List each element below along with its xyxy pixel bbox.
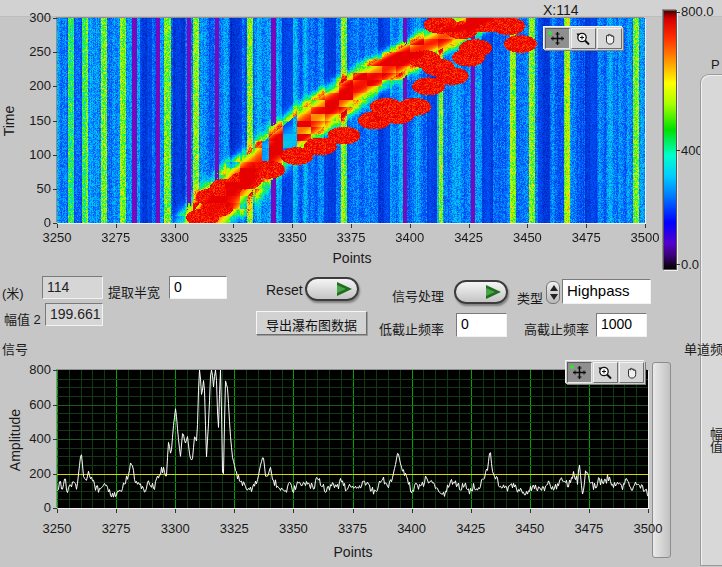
zoom-tool-button[interactable] xyxy=(593,362,618,383)
x-tick-label: 3475 xyxy=(567,521,611,536)
y-tick-mark xyxy=(53,121,57,122)
y-tick-mark xyxy=(53,18,57,19)
y-tick-label: 800 xyxy=(17,362,51,377)
y-tick-label: 200 xyxy=(17,78,51,93)
pan-tool-button[interactable] xyxy=(619,362,644,383)
signal-canvas[interactable] xyxy=(57,370,648,508)
y-tick-label: 150 xyxy=(17,113,51,128)
x-tick-label: 3425 xyxy=(449,521,493,536)
x-tick-label: 3400 xyxy=(390,521,434,536)
x-tick-mark xyxy=(471,509,472,513)
x-tick-label: 3350 xyxy=(271,521,315,536)
x-tick-label: 3450 xyxy=(508,521,552,536)
right-partial-label: P xyxy=(711,57,720,72)
green-arrow-icon xyxy=(486,285,501,299)
crosshair-icon xyxy=(572,365,587,380)
graph-palette-top xyxy=(544,27,623,50)
top-x-axis-label: Points xyxy=(330,250,374,266)
filter-type-spinner[interactable] xyxy=(546,281,560,304)
x-tick-label: 3250 xyxy=(35,521,79,536)
y-tick-mark xyxy=(53,189,57,190)
x-tick-mark xyxy=(175,224,176,228)
y-tick-mark xyxy=(53,439,57,440)
x-tick-label: 3425 xyxy=(447,230,491,245)
zoom-tool-button[interactable] xyxy=(571,28,596,49)
position-value-box[interactable]: 114 xyxy=(42,276,103,299)
x-tick-label: 3375 xyxy=(331,521,375,536)
amplitude2-label: 幅值 2 xyxy=(4,309,41,328)
app-window: X:114 Time Points xyxy=(0,0,722,567)
x-tick-mark xyxy=(589,509,590,513)
x-tick-mark xyxy=(292,224,293,228)
y-tick-mark xyxy=(53,370,57,371)
amplitude2-value-box[interactable]: 199.661 xyxy=(45,303,103,326)
export-waterfall-data-button[interactable]: 导出瀑布图数据 xyxy=(256,311,367,335)
x-tick-label: 3325 xyxy=(212,521,256,536)
right-side-panel xyxy=(700,74,722,566)
y-tick-mark xyxy=(53,474,57,475)
y-tick-label: 300 xyxy=(17,10,51,25)
hand-icon xyxy=(602,31,618,47)
colorbar-tick xyxy=(676,12,680,13)
high-cutoff-label: 高截止频率 xyxy=(524,319,589,338)
reset-button[interactable] xyxy=(305,277,359,301)
x-tick-label: 3375 xyxy=(329,230,373,245)
x-tick-mark xyxy=(410,224,411,228)
x-tick-mark xyxy=(234,509,235,513)
pan-tool-button[interactable] xyxy=(597,28,622,49)
x-tick-mark xyxy=(57,224,58,228)
spinner-up-icon[interactable] xyxy=(550,285,558,291)
y-tick-mark xyxy=(53,86,57,87)
signal-processing-toggle[interactable] xyxy=(454,280,508,304)
spinner-down-icon[interactable] xyxy=(550,294,558,300)
x-tick-label: 3500 xyxy=(626,521,670,536)
x-tick-label: 3350 xyxy=(270,230,314,245)
x-tick-label: 3275 xyxy=(94,521,138,536)
signal-section-label: 信号 xyxy=(2,339,28,358)
bottom-x-axis-label: Points xyxy=(331,544,375,560)
x-tick-label: 3500 xyxy=(623,230,667,245)
x-tick-mark xyxy=(353,509,354,513)
extract-halfwidth-label: 提取半宽 xyxy=(108,282,160,301)
crosshair-icon xyxy=(550,31,565,46)
x-tick-mark xyxy=(351,224,352,228)
cursor-tool-button[interactable] xyxy=(545,28,570,49)
x-tick-label: 3475 xyxy=(564,230,608,245)
x-tick-mark xyxy=(293,509,294,513)
extract-halfwidth-input[interactable]: 0 xyxy=(169,276,227,299)
x-tick-label: 3400 xyxy=(388,230,432,245)
x-tick-mark xyxy=(530,509,531,513)
single-channel-section-label: 单道频谱 xyxy=(684,339,722,358)
y-tick-mark xyxy=(53,155,57,156)
x-tick-mark xyxy=(645,224,646,228)
x-tick-mark xyxy=(412,509,413,513)
colorbar-max-label: 800.0 xyxy=(681,4,714,19)
filter-type-label: 类型 xyxy=(517,288,543,307)
reset-label: Reset xyxy=(266,282,303,298)
x-tick-mark xyxy=(116,224,117,228)
top-strip xyxy=(0,0,722,17)
x-tick-label: 3325 xyxy=(211,230,255,245)
magnifier-icon xyxy=(575,31,592,47)
x-tick-mark xyxy=(527,224,528,228)
colorbar-min-label: 0.0 xyxy=(681,257,699,272)
x-tick-mark xyxy=(175,509,176,513)
cursor-tool-button[interactable] xyxy=(567,362,592,383)
y-tick-mark xyxy=(53,405,57,406)
high-cutoff-input[interactable]: 1000 xyxy=(596,313,647,337)
y-tick-mark xyxy=(53,508,57,509)
x-tick-label: 3250 xyxy=(35,230,79,245)
colorbar-tick xyxy=(676,264,680,265)
hand-icon xyxy=(624,365,640,381)
y-tick-label: 0 xyxy=(17,215,51,230)
low-cutoff-input[interactable]: 0 xyxy=(456,313,507,337)
y-tick-label: 50 xyxy=(17,181,51,196)
y-tick-label: 400 xyxy=(17,431,51,446)
y-tick-mark xyxy=(53,223,57,224)
filter-type-dropdown[interactable]: Highpass xyxy=(562,279,651,304)
graph-palette-bottom xyxy=(566,361,645,384)
signal-plot[interactable] xyxy=(57,370,648,508)
x-tick-mark xyxy=(116,509,117,513)
x-tick-mark xyxy=(57,509,58,513)
low-cutoff-label: 低截止频率 xyxy=(379,319,444,338)
